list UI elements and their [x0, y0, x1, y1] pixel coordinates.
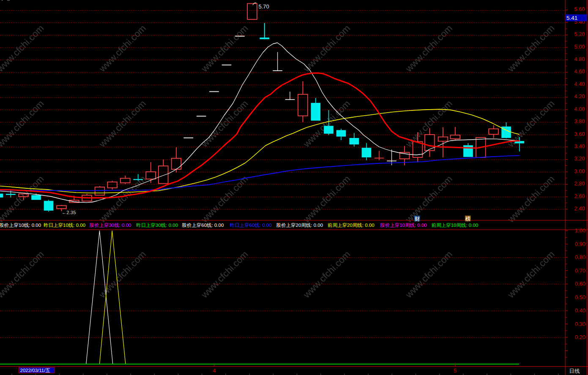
svg-text:4: 4 — [213, 367, 216, 374]
svg-text:2.40: 2.40 — [574, 205, 585, 212]
svg-text:股价上穿10周线: 0.00: 股价上穿10周线: 0.00 — [380, 223, 427, 228]
svg-text:3.80: 3.80 — [574, 118, 585, 124]
svg-text:股价上穿10线: 0.00: 股价上穿10线: 0.00 — [0, 223, 41, 228]
svg-text:1.00: 1.00 — [575, 227, 585, 234]
svg-text:5.70: 5.70 — [259, 3, 269, 10]
svg-text:5.41: 5.41 — [566, 15, 577, 21]
svg-text:2022/03/11/五: 2022/03/11/五 — [20, 368, 50, 373]
svg-text:3.00: 3.00 — [574, 168, 585, 174]
svg-text:昨日上穿30线: 0.00: 昨日上穿30线: 0.00 — [136, 223, 178, 228]
svg-text:昨日上穿60线: 0.00: 昨日上穿60线: 0.00 — [230, 223, 272, 228]
svg-text:4.40: 4.40 — [574, 81, 585, 87]
svg-text:5.00: 5.00 — [574, 44, 585, 50]
svg-text:3.20: 3.20 — [574, 155, 585, 162]
svg-text:4.80: 4.80 — [574, 56, 585, 62]
svg-text:财: 财 — [415, 216, 420, 222]
svg-text:0.20: 0.20 — [575, 334, 585, 340]
svg-text:4.00: 4.00 — [574, 106, 585, 112]
svg-text:昨日上穿10线: 0.00: 昨日上穿10线: 0.00 — [44, 223, 85, 228]
svg-text:0.60: 0.60 — [575, 281, 585, 287]
svg-text:0.80: 0.80 — [575, 254, 585, 260]
svg-text:2.60: 2.60 — [574, 193, 585, 199]
svg-text:股价上穿20周线: 0.00: 股价上穿20周线: 0.00 — [276, 223, 323, 228]
svg-text:前周上穿20周线: 0.00: 前周上穿20周线: 0.00 — [328, 223, 375, 228]
svg-text:4.20: 4.20 — [574, 93, 585, 99]
svg-text:日线: 日线 — [569, 368, 580, 374]
svg-text:5.60: 5.60 — [574, 6, 585, 12]
svg-text:4.60: 4.60 — [574, 68, 585, 74]
svg-text:3.40: 3.40 — [574, 143, 585, 149]
svg-text:0.50: 0.50 — [575, 294, 585, 301]
svg-text:5.20: 5.20 — [574, 31, 585, 37]
svg-text:0.30: 0.30 — [575, 321, 585, 327]
svg-text:榜: 榜 — [465, 216, 470, 222]
svg-text:前周上穿10周线: 0.00: 前周上穿10周线: 0.00 — [432, 223, 479, 228]
svg-text:0.90: 0.90 — [575, 241, 585, 247]
svg-text:←2.35: ←2.35 — [62, 210, 76, 215]
svg-text:3.60: 3.60 — [574, 131, 585, 137]
svg-text:0.40: 0.40 — [575, 307, 585, 314]
svg-text:5: 5 — [454, 367, 457, 374]
svg-text:0.70: 0.70 — [575, 267, 585, 274]
svg-text:股价上穿60线: 0.00: 股价上穿60线: 0.00 — [182, 223, 224, 228]
svg-text:股价上穿30线: 0.00: 股价上穿30线: 0.00 — [89, 223, 131, 228]
svg-text:2.80: 2.80 — [574, 180, 585, 187]
